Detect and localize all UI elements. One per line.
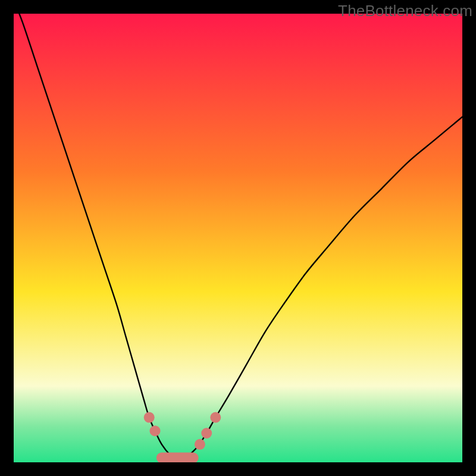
marker-group bbox=[144, 412, 221, 450]
watermark-text: TheBottleneck.com bbox=[338, 2, 472, 20]
marker-dot bbox=[150, 425, 161, 436]
marker-dot bbox=[144, 412, 155, 423]
bottleneck-curve-left bbox=[14, 14, 180, 462]
marker-capsule bbox=[156, 452, 199, 462]
bottleneck-curve-right bbox=[180, 117, 462, 462]
chart-frame: TheBottleneck.com bbox=[0, 0, 476, 476]
marker-dot bbox=[210, 412, 221, 423]
marker-dot bbox=[195, 439, 205, 450]
plot-area bbox=[14, 14, 462, 462]
chart-svg bbox=[14, 14, 462, 462]
marker-dot bbox=[201, 428, 212, 439]
